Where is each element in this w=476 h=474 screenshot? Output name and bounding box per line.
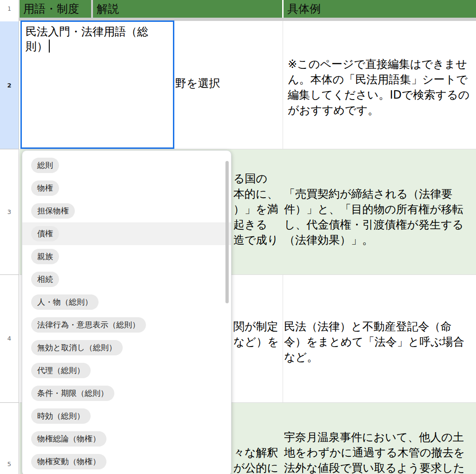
gridline — [283, 274, 283, 402]
column-header-b[interactable]: 解説 — [93, 0, 282, 18]
gutter-gridline — [0, 274, 19, 275]
dropdown-option[interactable]: 物権総論（物権） — [22, 427, 231, 450]
cell-c2-text[interactable]: ※このページで直接編集はできませ ん。本体の「民法用語集」シートで 編集してくだ… — [288, 57, 469, 118]
dropdown-option[interactable]: 総則 — [22, 154, 231, 177]
column-header-c-label: 具体例 — [287, 1, 321, 16]
dropdown-option-chip: 総則 — [31, 158, 59, 173]
cell-b3-text[interactable]: る国の 本的に、 ）」を満 起きる 造で成り — [233, 171, 278, 248]
dropdown-option[interactable]: 無効と取消し（総則） — [22, 336, 231, 359]
dropdown-option-chip: 親族 — [31, 249, 59, 264]
dropdown-option-chip: 時効（総則） — [31, 408, 91, 424]
row-header-3[interactable]: 3 — [0, 149, 19, 274]
spreadsheet: 用語・制度 解説 具体例 1 2 3 4 5 野を選択 ※このページで直接編集は… — [0, 0, 476, 474]
dropdown-option[interactable]: 担保物権 — [22, 200, 231, 222]
dropdown-option-chip: 無効と取消し（総則） — [31, 340, 123, 355]
gutter-gridline — [0, 402, 19, 403]
cell-c4-text[interactable]: 民法（法律）と不動産登記令（命 令）をまとめて「法令」と呼ぶ場合 など。 — [284, 319, 464, 365]
row-gutter: 1 2 3 4 5 — [0, 0, 19, 474]
cell-c3-text[interactable]: 「売買契約が締結される（法律要 件）」と、「目的物の所有権が移転 し、代金債権・… — [284, 187, 463, 248]
column-header-a[interactable]: 用語・制度 — [20, 0, 91, 18]
gutter-gridline — [0, 149, 19, 149]
gridline — [20, 149, 476, 149]
dropdown-option-chip: 法律行為・意思表示（総則） — [31, 317, 146, 333]
cell-editor-value: 民法入門・法律用語（総則） — [26, 25, 148, 53]
dropdown-option-chip: 条件・期限（総則） — [31, 386, 114, 401]
dropdown-menu: 総則 物権 担保物権 債権 親族 相続 人・物（総則） 法律行為・意思表示（総則… — [22, 150, 231, 474]
dropdown-option-chip: 物権 — [31, 180, 59, 196]
cell-editor[interactable]: 民法入門・法律用語（総則） — [20, 20, 174, 149]
dropdown-option[interactable]: 条件・期限（総則） — [22, 382, 231, 405]
column-header-b-label: 解説 — [97, 1, 119, 16]
cell-c5-text[interactable]: 宇奈月温泉事件において、他人の土 地をわずかに通過する木管の撤去を 法外な値段で… — [284, 430, 465, 474]
dropdown-option-chip: 債権 — [31, 226, 59, 241]
dropdown-option[interactable]: 物権 — [22, 177, 231, 200]
dropdown-option[interactable]: 時効（総則） — [22, 405, 231, 427]
row-header-2[interactable]: 2 — [0, 21, 19, 149]
dropdown-option[interactable]: 法律行為・意思表示（総則） — [22, 314, 231, 336]
dropdown-option[interactable]: 相続 — [22, 268, 231, 291]
dropdown-option[interactable]: 人・物（総則） — [22, 291, 231, 314]
column-header-a-label: 用語・制度 — [23, 1, 79, 16]
dropdown-option-chip: 人・物（総則） — [31, 294, 99, 310]
dropdown-option-chip: 担保物権 — [31, 203, 75, 219]
row-header-1[interactable]: 1 — [0, 0, 19, 18]
dropdown-option-chip: 相続 — [31, 272, 59, 287]
dropdown-scrollbar[interactable] — [225, 161, 229, 303]
text-cursor — [49, 40, 50, 53]
dropdown-option-chip: 代理（総則） — [31, 363, 91, 378]
dropdown-option[interactable]: 親族 — [22, 245, 231, 268]
row-header-4[interactable]: 4 — [0, 274, 19, 402]
dropdown-option[interactable]: 代理（総則） — [22, 359, 231, 382]
dropdown-option-chip: 物権変動（物権） — [31, 454, 106, 469]
cell-b4-text[interactable]: 関が制定 など）を — [233, 319, 279, 350]
dropdown-option-chip: 物権総論（物権） — [31, 431, 106, 447]
gridline — [283, 21, 283, 149]
dropdown-option-highlighted[interactable]: 債権 — [22, 222, 231, 245]
frozen-column-divider — [91, 0, 93, 18]
cell-b5-text[interactable]: 々な解釈 が公的に — [233, 445, 278, 474]
cell-b2-text[interactable]: 野を選択 — [175, 76, 220, 91]
column-header-c[interactable]: 具体例 — [284, 0, 476, 18]
dropdown-option[interactable]: 物権変動（物権） — [22, 450, 231, 473]
row-header-5[interactable]: 5 — [0, 402, 19, 474]
